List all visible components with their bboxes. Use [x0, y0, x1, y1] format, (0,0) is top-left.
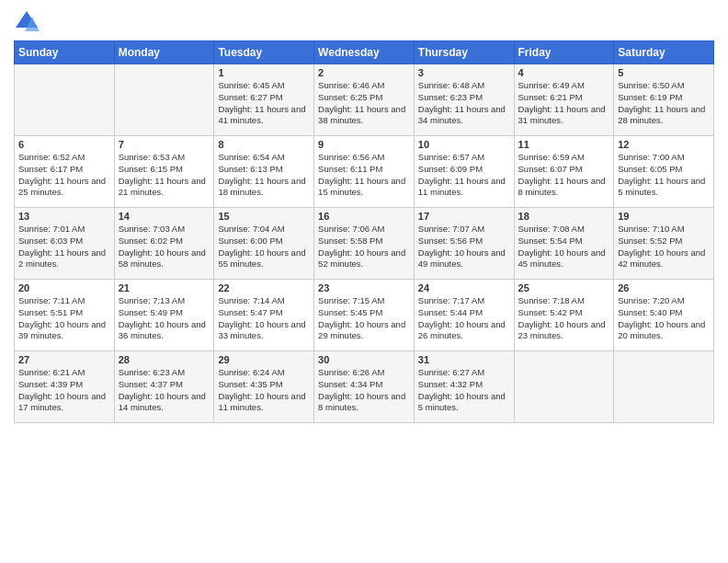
day-content: Sunrise: 7:18 AM Sunset: 5:42 PM Dayligh… [518, 295, 610, 342]
day-number: 21 [119, 282, 210, 293]
day-content: Sunrise: 6:23 AM Sunset: 4:37 PM Dayligh… [119, 367, 210, 414]
day-number: 10 [418, 139, 510, 150]
day-content: Sunrise: 7:01 AM Sunset: 6:03 PM Dayligh… [18, 224, 110, 270]
day-content: Sunrise: 7:13 AM Sunset: 5:49 PM Dayligh… [119, 295, 210, 342]
day-content: Sunrise: 7:20 AM Sunset: 5:40 PM Dayligh… [618, 295, 710, 342]
day-cell [114, 64, 214, 136]
day-content: Sunrise: 7:07 AM Sunset: 5:56 PM Dayligh… [418, 224, 510, 270]
day-cell: 3Sunrise: 6:48 AM Sunset: 6:23 PM Daylig… [414, 64, 514, 136]
day-content: Sunrise: 7:11 AM Sunset: 5:51 PM Dayligh… [18, 295, 110, 342]
day-content: Sunrise: 7:03 AM Sunset: 6:02 PM Dayligh… [119, 224, 210, 270]
col-header-friday: Friday [514, 41, 614, 64]
day-number: 8 [218, 139, 310, 150]
day-cell: 27Sunrise: 6:21 AM Sunset: 4:39 PM Dayli… [15, 351, 115, 423]
day-number: 2 [318, 67, 410, 78]
day-number: 23 [318, 282, 410, 293]
day-cell: 1Sunrise: 6:45 AM Sunset: 6:27 PM Daylig… [214, 64, 314, 136]
day-number: 25 [518, 282, 610, 293]
day-content: Sunrise: 7:00 AM Sunset: 6:05 PM Dayligh… [618, 152, 710, 199]
week-row-3: 13Sunrise: 7:01 AM Sunset: 6:03 PM Dayli… [15, 208, 714, 280]
day-content: Sunrise: 7:08 AM Sunset: 5:54 PM Dayligh… [518, 224, 610, 270]
day-cell: 22Sunrise: 7:14 AM Sunset: 5:47 PM Dayli… [214, 280, 314, 351]
day-number: 19 [618, 211, 710, 222]
day-cell: 2Sunrise: 6:46 AM Sunset: 6:25 PM Daylig… [314, 64, 415, 136]
day-cell: 28Sunrise: 6:23 AM Sunset: 4:37 PM Dayli… [114, 351, 214, 423]
day-cell: 11Sunrise: 6:59 AM Sunset: 6:07 PM Dayli… [514, 136, 614, 208]
day-cell: 21Sunrise: 7:13 AM Sunset: 5:49 PM Dayli… [114, 280, 214, 351]
logo [14, 9, 43, 35]
col-header-monday: Monday [114, 41, 214, 64]
header [14, 9, 714, 35]
day-cell: 15Sunrise: 7:04 AM Sunset: 6:00 PM Dayli… [214, 208, 314, 280]
day-number: 12 [618, 139, 710, 150]
day-content: Sunrise: 6:49 AM Sunset: 6:21 PM Dayligh… [518, 80, 610, 127]
col-header-sunday: Sunday [15, 41, 115, 64]
day-cell [614, 351, 714, 423]
day-number: 16 [318, 211, 410, 222]
day-cell [15, 64, 115, 136]
day-number: 26 [618, 282, 710, 293]
week-row-2: 6Sunrise: 6:52 AM Sunset: 6:17 PM Daylig… [15, 136, 714, 208]
day-content: Sunrise: 6:59 AM Sunset: 6:07 PM Dayligh… [518, 152, 610, 199]
day-cell [514, 351, 614, 423]
day-content: Sunrise: 6:45 AM Sunset: 6:27 PM Dayligh… [218, 80, 310, 127]
day-number: 15 [218, 211, 310, 222]
page: SundayMondayTuesdayWednesdayThursdayFrid… [0, 0, 728, 563]
day-number: 4 [518, 67, 610, 78]
day-cell: 30Sunrise: 6:26 AM Sunset: 4:34 PM Dayli… [314, 351, 415, 423]
day-cell: 8Sunrise: 6:54 AM Sunset: 6:13 PM Daylig… [214, 136, 314, 208]
day-number: 18 [518, 211, 610, 222]
col-header-saturday: Saturday [614, 41, 714, 64]
day-cell: 23Sunrise: 7:15 AM Sunset: 5:45 PM Dayli… [314, 280, 415, 351]
day-cell: 29Sunrise: 6:24 AM Sunset: 4:35 PM Dayli… [214, 351, 314, 423]
day-number: 9 [318, 139, 410, 150]
day-cell: 24Sunrise: 7:17 AM Sunset: 5:44 PM Dayli… [414, 280, 514, 351]
day-cell: 10Sunrise: 6:57 AM Sunset: 6:09 PM Dayli… [414, 136, 514, 208]
col-header-wednesday: Wednesday [314, 41, 415, 64]
day-cell: 7Sunrise: 6:53 AM Sunset: 6:15 PM Daylig… [114, 136, 214, 208]
day-content: Sunrise: 7:10 AM Sunset: 5:52 PM Dayligh… [618, 224, 710, 270]
day-number: 3 [418, 67, 510, 78]
day-content: Sunrise: 6:56 AM Sunset: 6:11 PM Dayligh… [318, 152, 410, 199]
day-content: Sunrise: 7:06 AM Sunset: 5:58 PM Dayligh… [318, 224, 410, 270]
day-content: Sunrise: 6:27 AM Sunset: 4:32 PM Dayligh… [418, 367, 510, 414]
day-cell: 16Sunrise: 7:06 AM Sunset: 5:58 PM Dayli… [314, 208, 415, 280]
day-cell: 18Sunrise: 7:08 AM Sunset: 5:54 PM Dayli… [514, 208, 614, 280]
day-number: 22 [218, 282, 310, 293]
day-cell: 25Sunrise: 7:18 AM Sunset: 5:42 PM Dayli… [514, 280, 614, 351]
day-number: 1 [218, 67, 310, 78]
day-cell: 4Sunrise: 6:49 AM Sunset: 6:21 PM Daylig… [514, 64, 614, 136]
day-cell: 5Sunrise: 6:50 AM Sunset: 6:19 PM Daylig… [614, 64, 714, 136]
day-content: Sunrise: 6:26 AM Sunset: 4:34 PM Dayligh… [318, 367, 410, 414]
day-content: Sunrise: 6:50 AM Sunset: 6:19 PM Dayligh… [618, 80, 710, 127]
day-content: Sunrise: 6:57 AM Sunset: 6:09 PM Dayligh… [418, 152, 510, 199]
day-content: Sunrise: 7:17 AM Sunset: 5:44 PM Dayligh… [418, 295, 510, 342]
day-number: 24 [418, 282, 510, 293]
day-number: 31 [418, 354, 510, 365]
day-number: 13 [18, 211, 110, 222]
day-cell: 19Sunrise: 7:10 AM Sunset: 5:52 PM Dayli… [614, 208, 714, 280]
day-content: Sunrise: 6:21 AM Sunset: 4:39 PM Dayligh… [18, 367, 110, 414]
day-cell: 20Sunrise: 7:11 AM Sunset: 5:51 PM Dayli… [15, 280, 115, 351]
day-number: 14 [119, 211, 210, 222]
day-content: Sunrise: 6:53 AM Sunset: 6:15 PM Dayligh… [119, 152, 210, 199]
day-content: Sunrise: 7:04 AM Sunset: 6:00 PM Dayligh… [218, 224, 310, 270]
day-number: 27 [18, 354, 110, 365]
day-content: Sunrise: 6:52 AM Sunset: 6:17 PM Dayligh… [18, 152, 110, 199]
day-number: 30 [318, 354, 410, 365]
day-cell: 14Sunrise: 7:03 AM Sunset: 6:02 PM Dayli… [114, 208, 214, 280]
day-content: Sunrise: 7:14 AM Sunset: 5:47 PM Dayligh… [218, 295, 310, 342]
col-header-thursday: Thursday [414, 41, 514, 64]
day-number: 17 [418, 211, 510, 222]
day-cell: 9Sunrise: 6:56 AM Sunset: 6:11 PM Daylig… [314, 136, 415, 208]
week-row-1: 1Sunrise: 6:45 AM Sunset: 6:27 PM Daylig… [15, 64, 714, 136]
day-content: Sunrise: 6:48 AM Sunset: 6:23 PM Dayligh… [418, 80, 510, 127]
calendar-table: SundayMondayTuesdayWednesdayThursdayFrid… [14, 40, 714, 423]
day-cell: 31Sunrise: 6:27 AM Sunset: 4:32 PM Dayli… [414, 351, 514, 423]
col-header-tuesday: Tuesday [214, 41, 314, 64]
day-number: 20 [18, 282, 110, 293]
day-content: Sunrise: 6:24 AM Sunset: 4:35 PM Dayligh… [218, 367, 310, 414]
day-content: Sunrise: 7:15 AM Sunset: 5:45 PM Dayligh… [318, 295, 410, 342]
day-number: 11 [518, 139, 610, 150]
day-number: 29 [218, 354, 310, 365]
